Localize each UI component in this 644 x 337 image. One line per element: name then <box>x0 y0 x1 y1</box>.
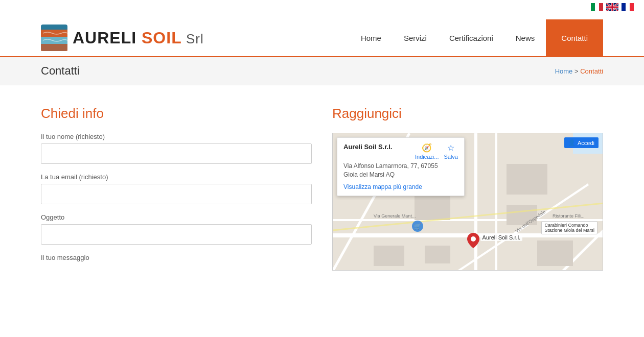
svg-rect-5 <box>626 3 630 11</box>
breadcrumb: Home > Contatti <box>555 67 603 75</box>
pin-label: Aureli Soil S.r.l. <box>480 234 523 241</box>
svg-rect-21 <box>415 195 450 220</box>
site-header: AURELI SOIL Srl Home Servizi Certificazi… <box>0 14 644 57</box>
logo-brand: AURELI <box>73 29 142 47</box>
nav-contatti[interactable]: Contatti <box>546 19 603 56</box>
svg-rect-24 <box>425 246 450 263</box>
larger-map-link[interactable]: Visualizza mappa più grande <box>343 183 422 190</box>
contact-form-section: Chiedi info Il tuo nome (richiesto) La t… <box>41 106 312 271</box>
svg-text:Via Generale Mant...: Via Generale Mant... <box>374 213 416 219</box>
address-line1: Via Alfonso Lamarmora, 77, 67055 <box>343 162 438 170</box>
nav-home[interactable]: Home <box>350 19 393 56</box>
flag-italian[interactable] <box>591 3 603 11</box>
svg-rect-1 <box>595 3 599 11</box>
poi-label-text: Carabinieri ComandoStazione Gioia dei Ma… <box>544 223 594 233</box>
breadcrumb-home[interactable]: Home <box>555 67 573 75</box>
flag-english[interactable] <box>606 3 618 11</box>
form-group-oggetto: Oggetto <box>41 213 312 245</box>
map-pin: Aureli Soil S.r.l. <box>467 233 479 250</box>
person-icon: 👤 <box>568 139 576 146</box>
form-group-messaggio: Il tuo messaggio <box>41 254 312 261</box>
nav-certificazioni[interactable]: Certificazioni <box>438 19 504 56</box>
form-title: Chiedi info <box>41 106 312 122</box>
form-group-email: La tua email (richiesto) <box>41 173 312 204</box>
map-address: Via Alfonso Lamarmora, 77, 67055 Gioia d… <box>343 162 458 179</box>
nav-news[interactable]: News <box>504 19 546 56</box>
accedi-label: Accedi <box>578 140 594 146</box>
input-nome[interactable] <box>41 143 312 164</box>
map-container: Via dell'Ospedale Via Generale Mant... R… <box>332 133 603 271</box>
svg-rect-4 <box>622 3 626 11</box>
main-nav: Home Servizi Certificazioni News Contatt… <box>350 19 603 56</box>
logo-srl: Srl <box>182 31 204 46</box>
nav-servizi[interactable]: Servizi <box>393 19 438 56</box>
label-nome: Il tuo nome (richiesto) <box>41 133 312 140</box>
breadcrumb-separator: > <box>572 67 580 75</box>
svg-rect-22 <box>374 246 404 266</box>
breadcrumb-current: Contatti <box>580 67 603 75</box>
map-title: Raggiungici <box>332 106 603 122</box>
language-bar <box>0 0 644 14</box>
flag-french[interactable] <box>622 3 634 11</box>
map-card-header: Aureli Soil S.r.l. 🧭 Indicazi... ☆ Salva <box>343 143 458 160</box>
input-email[interactable] <box>41 184 312 204</box>
form-group-nome: Il tuo nome (richiesto) <box>41 133 312 164</box>
save-action[interactable]: ☆ Salva <box>444 143 458 160</box>
save-star-icon: ☆ <box>447 143 454 153</box>
logo-icon <box>41 25 67 51</box>
main-content: Chiedi info Il tuo nome (richiesto) La t… <box>0 85 644 291</box>
map-accedi-button[interactable]: 👤 Accedi <box>564 137 599 148</box>
svg-point-30 <box>471 236 476 242</box>
svg-rect-10 <box>41 44 67 51</box>
page-title: Contatti <box>41 64 80 78</box>
svg-rect-0 <box>591 3 595 11</box>
directions-label: Indicazi... <box>415 154 439 160</box>
svg-rect-2 <box>599 3 603 11</box>
save-label: Salva <box>444 154 458 160</box>
svg-rect-9 <box>41 37 67 44</box>
pin-icon <box>467 233 479 248</box>
map-card-actions: 🧭 Indicazi... ☆ Salva <box>415 143 458 160</box>
directions-action[interactable]: 🧭 Indicazi... <box>415 143 439 160</box>
input-oggetto[interactable] <box>41 224 312 245</box>
logo-soil: SOIL <box>142 29 182 47</box>
svg-text:Ristorante Fili...: Ristorante Fili... <box>553 213 585 219</box>
map-business-name: Aureli Soil S.r.l. <box>343 143 392 151</box>
label-oggetto: Oggetto <box>41 213 312 221</box>
poi-carabinieri: Carabinieri ComandoStazione Gioia dei Ma… <box>541 221 597 234</box>
logo[interactable]: AURELI SOIL Srl <box>41 25 204 51</box>
label-email: La tua email (richiesto) <box>41 173 312 181</box>
svg-rect-19 <box>507 164 547 195</box>
label-messaggio: Il tuo messaggio <box>41 254 312 261</box>
directions-icon: 🧭 <box>422 143 432 153</box>
svg-rect-8 <box>41 30 67 37</box>
address-line2: Gioia dei Marsi AQ <box>343 171 395 178</box>
map-info-card: Aureli Soil S.r.l. 🧭 Indicazi... ☆ Salva <box>337 137 465 196</box>
svg-rect-6 <box>630 3 634 11</box>
map-section: Raggiungici <box>332 106 603 271</box>
shopping-icon: 🛒 <box>412 221 423 232</box>
breadcrumb-bar: Contatti Home > Contatti <box>0 57 644 85</box>
svg-rect-23 <box>537 240 573 266</box>
logo-text: AURELI SOIL Srl <box>73 29 204 47</box>
